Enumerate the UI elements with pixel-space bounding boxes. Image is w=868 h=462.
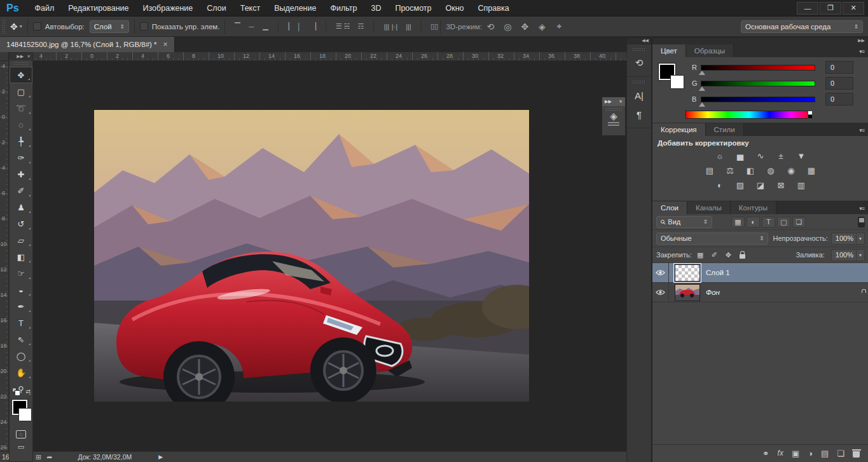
align-left-edges-icon[interactable]: ▏ bbox=[278, 21, 292, 32]
slider-thumb[interactable] bbox=[699, 71, 705, 75]
adjustment-color-lookup-icon[interactable]: ▦ bbox=[803, 164, 820, 177]
adjustment-vibrance-icon[interactable]: ▼ bbox=[793, 149, 809, 163]
panel-menu-icon[interactable]: ▾≡ bbox=[859, 205, 868, 214]
adjustment-hue-saturation-icon[interactable]: ▤ bbox=[701, 164, 718, 177]
adjustment-gradient-map-icon[interactable]: ▥ bbox=[793, 179, 809, 192]
lock-transparent-pixels-icon[interactable]: ▦ bbox=[695, 250, 706, 260]
panel-menu-icon[interactable]: ▾≡ bbox=[859, 48, 868, 57]
collapse-arrows-icon[interactable]: ◀◀ bbox=[627, 38, 651, 44]
quick-selection-tool[interactable]: ◌ bbox=[10, 116, 32, 133]
menu-item[interactable]: Изображение bbox=[136, 1, 200, 15]
adjustment-color-balance-icon[interactable]: ⚖ bbox=[722, 164, 738, 177]
link-layers-button[interactable]: ⚭ bbox=[762, 449, 769, 458]
hand-tool[interactable]: ✋ bbox=[10, 364, 32, 381]
chevron-down-icon[interactable]: ▼ bbox=[856, 233, 864, 244]
workspace-dropdown[interactable]: Основная рабочая среда⇕ bbox=[741, 20, 863, 33]
export-icon[interactable]: ➦ bbox=[46, 453, 52, 461]
menu-item[interactable]: Слои bbox=[200, 1, 233, 15]
align-horizontal-centers-icon[interactable]: │ bbox=[292, 21, 306, 32]
3d-roll-icon[interactable]: ◎ bbox=[499, 21, 516, 32]
lock-all-icon[interactable] bbox=[737, 250, 748, 260]
filter-shape-layers-icon[interactable]: ▢ bbox=[777, 217, 790, 228]
blue-value-field[interactable]: 0 bbox=[825, 93, 853, 105]
auto-select-target-dropdown[interactable]: Слой⇕ bbox=[90, 20, 129, 33]
status-menu-arrow-icon[interactable]: ▶ bbox=[158, 454, 163, 460]
green-value-field[interactable]: 0 bbox=[825, 77, 853, 90]
opacity-field[interactable]: 100% ▼ bbox=[831, 233, 865, 245]
layer-row[interactable]: Слой 1 bbox=[652, 263, 868, 283]
swap-colors-icon[interactable]: ⇄ bbox=[25, 388, 31, 395]
mini-bridge-icon[interactable]: ⊞ bbox=[36, 453, 41, 461]
tab-adjustments[interactable]: Коррекция bbox=[652, 123, 706, 136]
close-icon[interactable]: ✕ bbox=[619, 99, 623, 104]
expand-arrows-icon[interactable]: ▶▶ bbox=[605, 99, 612, 104]
collapse-arrows-icon[interactable]: ▶▶ bbox=[652, 38, 868, 43]
screen-mode-button[interactable]: ▭ bbox=[10, 440, 32, 453]
new-layer-button[interactable]: ❏ bbox=[837, 449, 844, 458]
minimize-button[interactable]: — bbox=[797, 2, 818, 15]
3d-panel-icon[interactable]: ◈ bbox=[602, 112, 625, 123]
red-value-field[interactable]: 0 bbox=[825, 61, 853, 74]
layer-visibility-toggle[interactable] bbox=[652, 263, 669, 282]
options-grip[interactable] bbox=[2, 19, 6, 34]
black-swatch[interactable] bbox=[808, 114, 813, 119]
menu-item[interactable]: Текст bbox=[233, 1, 267, 15]
adjustment-exposure-icon[interactable]: ± bbox=[773, 149, 789, 163]
auto-select-checkbox[interactable] bbox=[33, 22, 41, 31]
adjustment-threshold-icon[interactable]: ◪ bbox=[752, 179, 769, 192]
lock-position-icon[interactable]: ✥ bbox=[723, 250, 734, 260]
3d-slide-icon[interactable]: ◈ bbox=[534, 21, 551, 32]
clone-stamp-tool[interactable]: ♟ bbox=[10, 199, 32, 215]
adjustment-channel-mixer-icon[interactable]: ◉ bbox=[783, 164, 799, 177]
green-slider[interactable] bbox=[701, 81, 815, 86]
rectangular-marquee-tool[interactable]: ▢ bbox=[10, 83, 32, 100]
background-color-swatch[interactable] bbox=[670, 75, 684, 89]
distribute-top-edges-icon[interactable]: ☰ bbox=[326, 21, 340, 32]
restore-button[interactable]: ❐ bbox=[820, 2, 841, 15]
align-right-edges-icon[interactable]: ▕ bbox=[306, 21, 320, 32]
adjustment-selective-color-icon[interactable]: ⊠ bbox=[773, 179, 789, 192]
3d-zoom-camera-icon[interactable]: ⌖ bbox=[551, 21, 568, 32]
red-slider[interactable] bbox=[701, 65, 815, 71]
fill-field[interactable]: 100% ▼ bbox=[831, 249, 865, 261]
tab-layers[interactable]: Слои bbox=[652, 201, 687, 214]
filter-pixel-layers-icon[interactable]: ▦ bbox=[731, 217, 745, 228]
3d-pan-icon[interactable]: ✥ bbox=[516, 21, 534, 32]
gradient-tool[interactable]: ◧ bbox=[10, 248, 32, 265]
layer-filter-dropdown[interactable]: ⚲ Вид ⇕ bbox=[656, 216, 712, 228]
lock-image-pixels-icon[interactable]: ✐ bbox=[709, 250, 720, 260]
close-icon[interactable]: ✕ bbox=[27, 54, 31, 59]
close-icon[interactable]: × bbox=[163, 40, 168, 49]
ellipse-tool[interactable]: ◯ bbox=[10, 348, 32, 364]
tab-color[interactable]: Цвет bbox=[652, 44, 686, 57]
brush-tool[interactable]: ✐ bbox=[10, 182, 32, 199]
align-top-edges-icon[interactable]: ▔ bbox=[230, 21, 244, 32]
align-bottom-edges-icon[interactable]: ▁ bbox=[258, 21, 272, 32]
expand-arrows-icon[interactable]: ▶▶ bbox=[17, 54, 24, 59]
crop-tool[interactable]: ╄ bbox=[10, 133, 32, 149]
filter-smart-objects-icon[interactable]: ❏ bbox=[792, 217, 806, 228]
layer-filter-toggle[interactable] bbox=[858, 217, 865, 228]
adjustment-curves-icon[interactable]: ∿ bbox=[752, 149, 769, 163]
adjustment-posterize-icon[interactable]: ▨ bbox=[732, 179, 748, 192]
menu-item[interactable]: Фильтр bbox=[323, 1, 364, 15]
align-vertical-centers-icon[interactable]: ─ bbox=[244, 21, 258, 32]
eraser-tool[interactable]: ▱ bbox=[10, 232, 32, 248]
menu-item[interactable]: Справка bbox=[471, 1, 516, 15]
distribute-bottom-edges-icon[interactable]: ☶ bbox=[354, 21, 368, 32]
dodge-tool[interactable]: ◒ bbox=[10, 282, 32, 298]
blue-slider[interactable] bbox=[701, 97, 815, 102]
horizontal-ruler[interactable]: 420246810121416182022242628303234363840 bbox=[9, 52, 626, 61]
vertical-ruler[interactable]: 4202468101214161820222426 bbox=[0, 61, 9, 451]
distribute-left-edges-icon[interactable]: ||| bbox=[373, 21, 387, 32]
distribute-horizontal-centers-icon[interactable]: |·| bbox=[387, 21, 401, 32]
filter-adjustment-layers-icon[interactable]: ◐ bbox=[747, 217, 760, 228]
history-brush-tool[interactable]: ↺ bbox=[10, 215, 32, 232]
tab-styles[interactable]: Стили bbox=[706, 123, 744, 136]
layer-thumbnail[interactable] bbox=[675, 264, 700, 282]
adjustment-levels-icon[interactable]: ▅ bbox=[732, 149, 748, 163]
panel-menu-icon[interactable]: ▾≡ bbox=[859, 127, 868, 136]
color-spectrum-ramp[interactable] bbox=[685, 111, 813, 119]
adjustment-brightness-contrast-icon[interactable]: ☼ bbox=[712, 149, 728, 163]
new-adjustment-layer-button[interactable]: ◑ bbox=[808, 449, 813, 458]
